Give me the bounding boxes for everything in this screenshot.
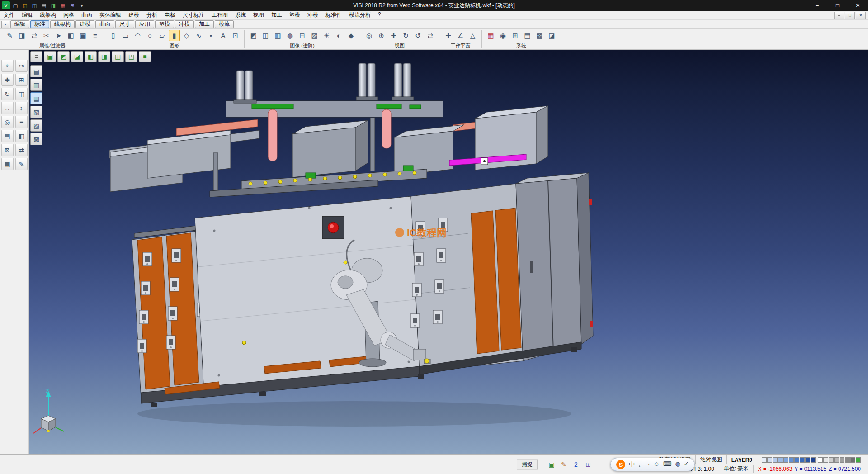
workplane-view-icon[interactable]: △ xyxy=(467,30,478,41)
graphics-text-icon[interactable]: A xyxy=(217,30,229,41)
snap-toggle[interactable]: 捕捉 xyxy=(517,459,538,469)
shaded-mode-icon[interactable]: ▦ xyxy=(30,92,42,104)
style-swatch[interactable] xyxy=(850,457,855,463)
render-icon[interactable]: ◆ xyxy=(345,30,357,41)
color-palette-icon[interactable]: ▦ xyxy=(485,30,496,41)
style-swatch[interactable] xyxy=(818,457,823,463)
mdi-close-button[interactable]: ✕ xyxy=(856,12,866,19)
tab-modeling[interactable]: 建模 xyxy=(75,20,94,28)
minimize-button[interactable]: – xyxy=(807,0,827,11)
mdi-minimize-button[interactable]: – xyxy=(834,12,844,19)
copy-tool-icon[interactable]: ⊞ xyxy=(15,74,28,86)
style-swatch[interactable] xyxy=(845,457,850,463)
grid-settings-icon[interactable]: ⊞ xyxy=(509,30,521,41)
filter-list-icon[interactable]: ▣ xyxy=(77,30,89,41)
menu-surface[interactable]: 曲面 xyxy=(78,10,96,20)
texture-icon[interactable]: ▨ xyxy=(309,30,320,41)
snap-settings-icon[interactable]: ◉ xyxy=(497,30,509,41)
quick-access-dropdown[interactable]: ▾ xyxy=(78,1,86,9)
delete-tool-icon[interactable]: ⊠ xyxy=(1,144,14,156)
tab-edit[interactable]: 编辑 xyxy=(10,20,29,28)
graphics-circle-icon[interactable]: ○ xyxy=(144,30,156,41)
graphics-cylinder-icon[interactable]: ▯ xyxy=(108,30,119,41)
wireframe-view-icon[interactable]: ◫ xyxy=(260,30,271,41)
view-cube-right-icon[interactable]: ◧ xyxy=(85,51,97,62)
color-swatch[interactable] xyxy=(767,457,772,463)
layer-settings-icon[interactable]: ▤ xyxy=(522,30,533,41)
tab-die[interactable]: 冲模 xyxy=(175,20,194,28)
color-swatch[interactable] xyxy=(805,457,810,463)
tab-flow[interactable]: 模流 xyxy=(215,20,234,28)
graphics-plane-icon[interactable]: ▱ xyxy=(156,30,168,41)
menu-wireframe[interactable]: 线架构 xyxy=(36,10,60,20)
view-cube-bottom-icon[interactable]: ◰ xyxy=(125,51,137,62)
ime-punctuation[interactable]: 。 xyxy=(638,460,644,469)
style-swatch[interactable] xyxy=(823,457,828,463)
units-cell[interactable]: 单位: 毫米 xyxy=(719,465,753,473)
color-swatch[interactable] xyxy=(783,457,788,463)
graphics-surface-icon[interactable]: ◇ xyxy=(181,30,192,41)
visi-logo[interactable]: V xyxy=(2,1,10,9)
previous-view-icon[interactable]: ↺ xyxy=(412,30,424,41)
view-cube-axon-icon[interactable]: ■ xyxy=(139,51,151,62)
tab-dropdown-button[interactable]: ▼ xyxy=(1,21,9,28)
graphics-point-icon[interactable]: • xyxy=(205,30,217,41)
menu-electrode[interactable]: 电极 xyxy=(161,10,179,20)
graphics-box-icon[interactable]: ▭ xyxy=(120,30,131,41)
graphics-solid-icon[interactable]: ▮ xyxy=(169,30,180,41)
menu-view[interactable]: 视图 xyxy=(250,10,268,20)
mdi-restore-button[interactable]: □ xyxy=(845,12,855,19)
tab-machining[interactable]: 加工 xyxy=(195,20,214,28)
view-cube-front-icon[interactable]: ◨ xyxy=(98,51,110,62)
section-view-icon[interactable]: ⊟ xyxy=(297,30,308,41)
edit-tool-icon[interactable]: ✎ xyxy=(15,158,28,170)
tab-standard[interactable]: 标准 xyxy=(30,20,49,28)
layer-color-chip[interactable] xyxy=(856,457,861,463)
wireframe-mode-icon[interactable]: ▧ xyxy=(30,106,42,118)
menu-system[interactable]: 系统 xyxy=(231,10,250,20)
color-swatch[interactable] xyxy=(794,457,799,463)
menu-edit[interactable]: 编辑 xyxy=(18,10,36,20)
stretch-v-tool-icon[interactable]: ↕ xyxy=(15,102,28,114)
menu-mold[interactable]: 塑模 xyxy=(286,10,304,20)
view-cube-left-icon[interactable]: ◪ xyxy=(71,51,83,62)
pan-icon[interactable]: ✚ xyxy=(388,30,399,41)
graphics-arc-icon[interactable]: ◠ xyxy=(132,30,143,41)
style-swatch[interactable] xyxy=(840,457,844,463)
menu-help[interactable]: ? xyxy=(374,10,385,20)
palette-icon[interactable]: ▦ xyxy=(59,1,67,9)
front-view-icon[interactable]: ▥ xyxy=(30,79,42,91)
workplane-create-icon[interactable]: ✚ xyxy=(443,30,454,41)
color-swatch[interactable] xyxy=(773,457,778,463)
hidden-line-icon[interactable]: ▥ xyxy=(272,30,283,41)
menu-dimension[interactable]: 尺寸标注 xyxy=(179,10,208,20)
tab-application[interactable]: 应用 xyxy=(135,20,154,28)
grid-icon[interactable]: ⊞ xyxy=(68,1,76,9)
mirror-tool-icon[interactable]: ◫ xyxy=(15,88,28,100)
save-file-icon[interactable]: ◫ xyxy=(30,1,38,9)
workplane-align-icon[interactable]: ∠ xyxy=(455,30,466,41)
view-manager-icon[interactable]: ≡ xyxy=(30,51,42,62)
trim-tool-icon[interactable]: ✂ xyxy=(15,60,28,72)
zoom-window-icon[interactable]: ⊕ xyxy=(376,30,387,41)
menu-modeling[interactable]: 建模 xyxy=(125,10,143,20)
selection-arrow-icon[interactable]: ➤ xyxy=(53,30,64,41)
edit-attributes-icon[interactable]: ✎ xyxy=(4,30,15,41)
maximize-button[interactable]: □ xyxy=(827,0,848,11)
ime-symbol[interactable]: · xyxy=(648,460,650,469)
selection-handle[interactable] xyxy=(481,158,488,165)
dynamic-view-icon[interactable]: ⇄ xyxy=(425,30,436,41)
transparency-icon[interactable]: ◍ xyxy=(284,30,296,41)
mask-tool-icon[interactable]: ◧ xyxy=(15,130,28,142)
color-swatch[interactable] xyxy=(789,457,794,463)
swap-tool-icon[interactable]: ⇄ xyxy=(15,144,28,156)
menu-drafting[interactable]: 工程图 xyxy=(208,10,231,20)
menu-machining[interactable]: 加工 xyxy=(268,10,286,20)
stretch-h-tool-icon[interactable]: ↔ xyxy=(1,102,14,114)
top-assembly[interactable] xyxy=(109,63,548,197)
color-swatch[interactable] xyxy=(778,457,783,463)
tab-dimension[interactable]: 尺寸 xyxy=(115,20,134,28)
menu-die[interactable]: 冲模 xyxy=(304,10,322,20)
ime-keyboard-icon[interactable]: ⌨ xyxy=(663,460,672,469)
plot-icon[interactable]: ◨ xyxy=(49,1,57,9)
